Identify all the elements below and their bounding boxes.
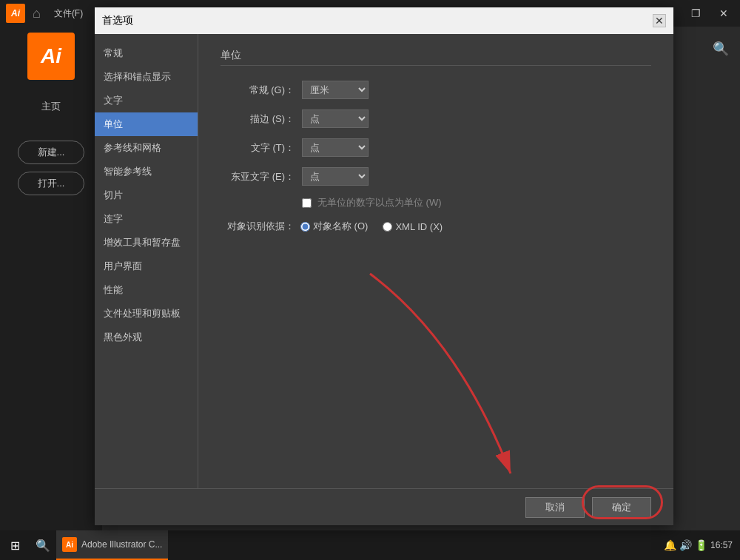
- radio-object-name-label: 对象名称 (O): [313, 220, 368, 233]
- radio-options-group: 对象名称 (O) XML ID (X): [300, 220, 443, 233]
- new-button[interactable]: 新建...: [18, 141, 84, 164]
- pref-item-guides[interactable]: 参考线和网格: [95, 136, 198, 160]
- system-clock: 16:57: [710, 539, 733, 552]
- radio-xml-id-label: XML ID (X): [395, 221, 443, 232]
- radio-option-xmlid: XML ID (X): [383, 221, 443, 232]
- pref-item-slices[interactable]: 切片: [95, 183, 198, 207]
- units-east-asian-select[interactable]: 点 像素 毫米: [302, 167, 369, 186]
- preferences-dialog: 首选项 ✕ 常规 选择和锚点显示 文字 单位 参考线和网格 智能参考线 切片 连…: [95, 7, 673, 525]
- pref-item-file-handling[interactable]: 文件处理和剪贴板: [95, 302, 198, 325]
- units-stroke-row: 描边 (S)： 点 像素 毫米: [221, 109, 651, 128]
- ai-logo: Ai: [27, 33, 75, 80]
- dialog-title: 首选项: [102, 14, 133, 27]
- unitless-checkbox-row: 无单位的数字以点为单位 (W): [302, 196, 651, 209]
- object-identify-row: 对象识别依据： 对象名称 (O) XML ID (X): [221, 220, 651, 233]
- units-general-label: 常规 (G)：: [221, 84, 295, 97]
- radio-xml-id[interactable]: [383, 222, 392, 232]
- radio-object-name[interactable]: [300, 222, 310, 232]
- taskbar-app-label: Adobe Illustrator C...: [81, 539, 162, 550]
- windows-start-button[interactable]: ⊞: [0, 539, 30, 553]
- section-title-units: 单位: [221, 49, 651, 66]
- dialog-body: 常规 选择和锚点显示 文字 单位 参考线和网格 智能参考线 切片 连字 增效工具…: [95, 34, 673, 488]
- taskbar-illustrator-item[interactable]: Ai Adobe Illustrator C...: [56, 530, 168, 560]
- pref-item-performance[interactable]: 性能: [95, 278, 198, 302]
- dialog-content-area: 单位 常规 (G)： 厘米 像素 毫米 点 描边 (S)： 点 像素 毫米: [198, 34, 673, 488]
- network-icon: 🔔: [664, 539, 676, 551]
- home-nav-item[interactable]: 主页: [10, 95, 92, 118]
- units-text-row: 文字 (T)： 点 像素 毫米: [221, 138, 651, 157]
- units-stroke-select[interactable]: 点 像素 毫米: [302, 109, 369, 128]
- pref-item-selection[interactable]: 选择和锚点显示: [95, 65, 198, 89]
- units-text-label: 文字 (T)：: [221, 141, 295, 155]
- app-sidebar: Ai 主页 新建... 打开...: [0, 27, 102, 558]
- home-icon: ⌂: [31, 6, 42, 21]
- pref-item-units[interactable]: 单位: [95, 112, 198, 136]
- taskbar-search-icon[interactable]: 🔍: [30, 539, 56, 553]
- taskbar-right-area: 🔔 🔊 🔋 16:57: [664, 539, 740, 552]
- pref-item-plugins[interactable]: 增效工具和暂存盘: [95, 231, 198, 254]
- topbar-ai-logo: Ai: [6, 4, 25, 23]
- search-symbol: 🔍: [713, 41, 729, 57]
- pref-item-black-appearance[interactable]: 黑色外观: [95, 325, 198, 349]
- dialog-footer: 取消 确定: [95, 488, 673, 525]
- units-text-select[interactable]: 点 像素 毫米: [302, 138, 369, 157]
- pref-item-text[interactable]: 文字: [95, 89, 198, 112]
- units-east-asian-label: 东亚文字 (E)：: [221, 170, 295, 183]
- notification-icons: 🔔 🔊 🔋: [664, 539, 707, 551]
- pref-item-smart-guides[interactable]: 智能参考线: [95, 160, 198, 183]
- volume-icon: 🔊: [679, 539, 692, 551]
- maximize-button[interactable]: ❐: [682, 4, 709, 23]
- radio-main-label: 对象识别依据：: [221, 220, 295, 233]
- cancel-button[interactable]: 取消: [525, 497, 585, 518]
- radio-option-name: 对象名称 (O): [300, 220, 368, 233]
- close-button[interactable]: ✕: [710, 4, 737, 23]
- unitless-checkbox[interactable]: [302, 198, 312, 208]
- dialog-titlebar: 首选项 ✕: [95, 7, 673, 34]
- dialog-close-button[interactable]: ✕: [653, 14, 666, 27]
- pref-item-ui[interactable]: 用户界面: [95, 254, 198, 278]
- dialog-sidebar: 常规 选择和锚点显示 文字 单位 参考线和网格 智能参考线 切片 连字 增效工具…: [95, 34, 198, 488]
- pref-item-general[interactable]: 常规: [95, 41, 198, 65]
- open-button[interactable]: 打开...: [18, 172, 84, 195]
- taskbar-ai-icon: Ai: [62, 537, 77, 552]
- units-general-select[interactable]: 厘米 像素 毫米 点: [302, 81, 369, 99]
- menu-file[interactable]: 文件(F): [48, 4, 89, 23]
- units-stroke-label: 描边 (S)：: [221, 112, 295, 126]
- units-east-asian-row: 东亚文字 (E)： 点 像素 毫米: [221, 167, 651, 186]
- windows-taskbar: ⊞ 🔍 Ai Adobe Illustrator C... 🔔 🔊 🔋 16:5…: [0, 530, 740, 560]
- battery-icon: 🔋: [695, 539, 707, 551]
- pref-item-hyphenation[interactable]: 连字: [95, 207, 198, 231]
- unitless-label: 无单位的数字以点为单位 (W): [317, 196, 442, 209]
- ok-button[interactable]: 确定: [592, 497, 651, 518]
- topbar-menu: 文件(F): [48, 4, 89, 23]
- search-icon[interactable]: 🔍: [709, 37, 733, 61]
- units-general-row: 常规 (G)： 厘米 像素 毫米 点: [221, 81, 651, 99]
